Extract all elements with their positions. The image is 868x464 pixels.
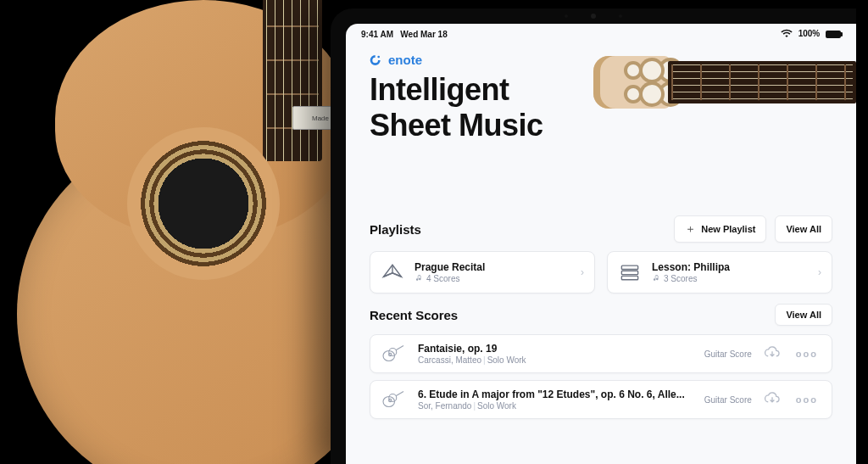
recent-view-all-button[interactable]: View All	[775, 304, 832, 326]
playlist-count: 3 Scores	[664, 274, 697, 283]
svg-rect-2	[621, 271, 637, 275]
playlists-section: Playlists ＋ New Playlist View All	[370, 215, 832, 293]
status-battery-pct: 100%	[798, 29, 821, 38]
music-note-icon	[652, 274, 660, 284]
enote-logo-icon	[370, 53, 383, 67]
tablet-camera-icon	[591, 14, 596, 19]
playlist-count: 4 Scores	[426, 274, 459, 283]
tablet-device: 9:41 AM Wed Mar 18 100% enote Intelligen…	[331, 8, 856, 464]
chevron-right-icon: ›	[818, 266, 821, 278]
score-composer: Sor, Fernando	[418, 401, 471, 411]
score-tag: Guitar Score	[704, 395, 752, 405]
score-row[interactable]: Fantaisie, op. 19 Carcassi, Matteo|Solo …	[370, 334, 832, 373]
books-icon	[618, 260, 642, 284]
svg-rect-1	[621, 266, 637, 269]
wifi-icon	[781, 29, 793, 39]
playlist-card[interactable]: Lesson: Phillipa 3 Scores ›	[607, 251, 832, 293]
svg-point-0	[377, 56, 380, 59]
score-title: Fantaisie, op. 19	[418, 343, 693, 355]
plus-icon: ＋	[685, 221, 696, 237]
score-composer: Carcassi, Matteo	[418, 355, 481, 365]
score-title: 6. Etude in A major from "12 Etudes", op…	[418, 389, 693, 400]
hero-guitar-image	[593, 53, 856, 112]
status-time: 9:41 AM	[361, 30, 393, 39]
score-work: Solo Work	[477, 401, 516, 411]
playlists-heading: Playlists	[370, 222, 421, 237]
new-playlist-button[interactable]: ＋ New Playlist	[674, 215, 766, 243]
playlist-title: Prague Recital	[415, 261, 570, 273]
music-note-icon	[415, 274, 423, 284]
score-row[interactable]: 6. Etude in A major from "12 Etudes", op…	[370, 380, 832, 419]
guitar-icon	[381, 344, 406, 363]
chevron-right-icon: ›	[581, 266, 584, 278]
recent-heading: Recent Scores	[370, 308, 458, 322]
brand-name: enote	[388, 53, 422, 67]
download-icon[interactable]	[764, 391, 781, 408]
more-icon[interactable]: ooo	[793, 394, 821, 405]
download-icon[interactable]	[764, 345, 781, 362]
playlist-title: Lesson: Phillipa	[652, 261, 808, 273]
svg-rect-3	[621, 277, 637, 280]
battery-icon	[826, 31, 841, 38]
origami-icon	[381, 260, 404, 284]
status-bar: 9:41 AM Wed Mar 18 100%	[346, 24, 856, 39]
score-tag: Guitar Score	[704, 349, 752, 359]
playlist-card[interactable]: Prague Recital 4 Scores ›	[370, 251, 595, 293]
score-work: Solo Work	[487, 355, 526, 365]
recent-scores-section: Recent Scores View All Fantaisie, op. 19	[370, 304, 832, 419]
more-icon[interactable]: ooo	[793, 349, 821, 359]
status-date: Wed Mar 18	[400, 30, 447, 39]
playlists-view-all-button[interactable]: View All	[775, 215, 832, 243]
guitar-icon	[381, 390, 406, 409]
